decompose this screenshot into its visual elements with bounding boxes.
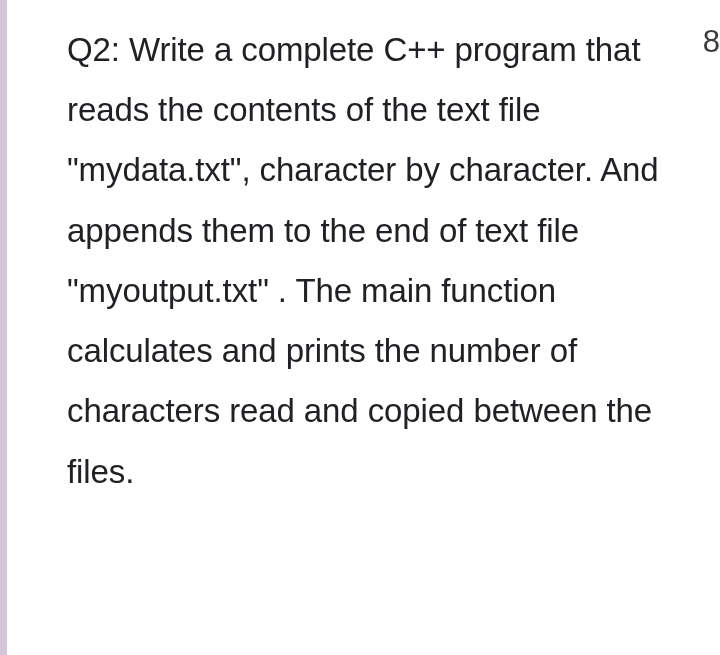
question-container: 8 Q2: Write a complete C++ program that … [7, 0, 720, 655]
accent-border [0, 0, 7, 655]
corner-marker: 8 [703, 24, 720, 60]
question-body: Q2: Write a complete C++ program that re… [67, 20, 662, 502]
